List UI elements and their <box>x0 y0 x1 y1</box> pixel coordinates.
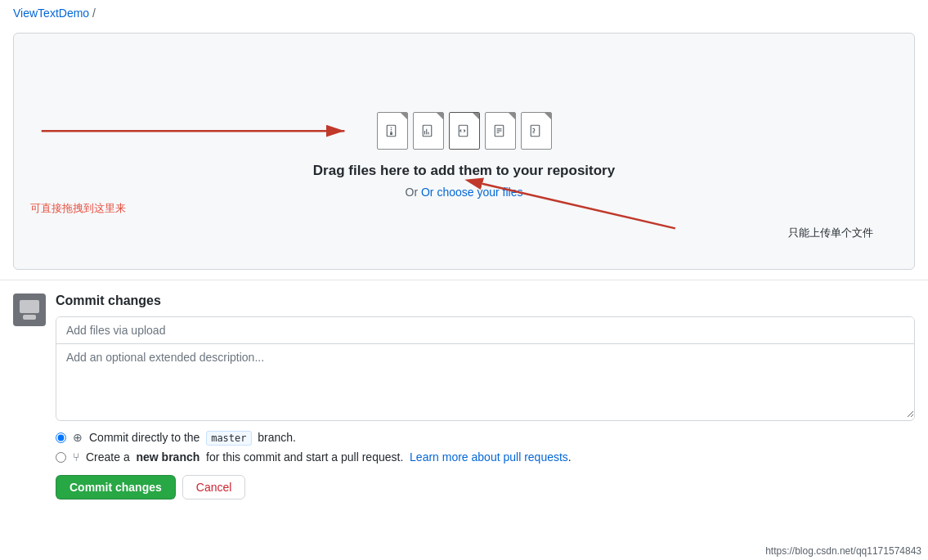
option1-text-after: branch. <box>258 431 296 444</box>
breadcrumb-separator: / <box>92 7 96 20</box>
annotation-left-text: 可直接拖拽到这里来 <box>30 201 126 216</box>
dropzone-title: Drag files here to add them to your repo… <box>313 163 615 179</box>
commit-form <box>56 316 915 421</box>
commit-form-wrapper: Commit changes ⊕ Commit directly to the … <box>56 293 915 500</box>
choose-files-link[interactable]: Or choose your files <box>421 186 523 199</box>
commit-title-input[interactable] <box>56 317 914 344</box>
svg-rect-14 <box>531 125 540 137</box>
zip-icon <box>377 112 408 150</box>
dropzone[interactable]: Drag files here to add them to your repo… <box>13 33 915 270</box>
svg-rect-21 <box>20 300 39 313</box>
pdf-icon <box>521 112 552 150</box>
svg-rect-4 <box>390 132 392 134</box>
dropzone-link-area: Or Or choose your files <box>406 186 523 199</box>
commit-description-textarea[interactable] <box>56 344 914 418</box>
annotation-right-text: 只能上传单个文件 <box>788 226 873 240</box>
commit-option-direct-radio[interactable] <box>56 432 66 443</box>
fork-icon: ⑂ <box>73 450 79 464</box>
breadcrumb: ViewTextDemo / <box>0 0 928 26</box>
breadcrumb-link[interactable]: ViewTextDemo <box>13 7 89 20</box>
avatar <box>13 293 46 326</box>
cancel-button[interactable]: Cancel <box>182 475 246 500</box>
doc-icon <box>485 112 516 150</box>
option2-text-after: for this commit and start a pull request… <box>206 450 403 464</box>
commit-section: Commit changes ⊕ Commit directly to the … <box>0 280 928 513</box>
branch-badge: master <box>206 431 251 446</box>
option2-highlight: new branch <box>136 450 199 464</box>
annotation-arrows <box>14 34 914 269</box>
option1-text-before: Commit directly to the <box>89 431 199 444</box>
commit-option-direct: ⊕ Commit directly to the master branch. <box>56 431 915 444</box>
learn-more-link[interactable]: Learn more about pull requests <box>410 450 568 464</box>
chart-icon <box>413 112 444 150</box>
option2-text-before: Create a <box>86 450 130 464</box>
code-icon <box>449 112 480 150</box>
commit-actions: Commit changes Cancel <box>56 475 915 500</box>
file-icons-row <box>377 112 552 150</box>
commit-option-branch-radio[interactable] <box>56 452 66 463</box>
commit-section-title: Commit changes <box>56 293 915 308</box>
git-icon: ⊕ <box>73 431 83 444</box>
svg-rect-5 <box>423 125 432 137</box>
status-bar: https://blog.csdn.net/qq1171574843 <box>759 542 928 560</box>
svg-rect-22 <box>23 315 36 320</box>
commit-options: ⊕ Commit directly to the master branch. … <box>56 431 915 464</box>
commit-option-branch: ⑂ Create a new branch for this commit an… <box>56 450 915 464</box>
commit-button[interactable]: Commit changes <box>56 475 176 500</box>
